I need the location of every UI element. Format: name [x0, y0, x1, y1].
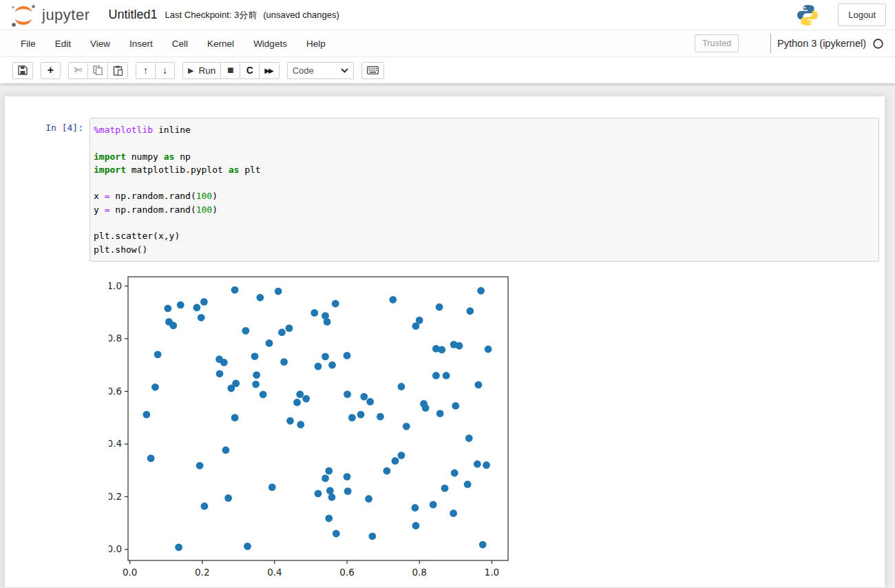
- svg-text:0.2: 0.2: [195, 567, 209, 578]
- svg-text:0.0: 0.0: [109, 543, 122, 554]
- svg-text:0.6: 0.6: [339, 567, 354, 578]
- jupyter-wordmark: jupyter: [42, 6, 90, 24]
- menu-view[interactable]: View: [81, 32, 120, 55]
- chevron-down-icon: [341, 68, 348, 73]
- header-bar: jupyter Untitled1 Last Checkpoint: 3分前 (…: [0, 0, 895, 30]
- run-button[interactable]: ▶ Run: [182, 62, 221, 79]
- menubar: FileEditViewInsertCellKernelWidgetsHelp …: [0, 30, 895, 57]
- copy-icon: [93, 65, 103, 75]
- kernel-name: Python 3 (ipykernel): [777, 38, 866, 49]
- cell-type-dropdown[interactable]: Code: [287, 62, 354, 79]
- unsaved-changes-status: (unsaved changes): [263, 10, 339, 20]
- code-line: plt.scatter(x,y): [94, 229, 875, 242]
- restart-icon: C: [246, 65, 253, 76]
- code-line: y = np.random.rand(100): [94, 203, 875, 216]
- menu-help[interactable]: Help: [297, 32, 335, 55]
- restart-kernel-button[interactable]: C: [240, 62, 260, 79]
- jupyter-logo[interactable]: jupyter: [8, 1, 90, 29]
- svg-text:0.8: 0.8: [412, 567, 426, 578]
- kernel-idle-icon: [872, 38, 884, 50]
- code-editor[interactable]: %matplotlib inline import numpy as npimp…: [94, 123, 875, 256]
- arrow-down-icon: ↓: [162, 65, 167, 76]
- move-cell-down-button[interactable]: ↓: [155, 62, 175, 79]
- svg-text:0.0: 0.0: [123, 567, 137, 578]
- code-line: [94, 176, 875, 189]
- scissors-icon: ✄: [74, 64, 83, 76]
- code-line: plt.show(): [94, 243, 875, 256]
- toolbar: + ✄ ↑ ↓: [0, 57, 895, 83]
- svg-text:1.0: 1.0: [485, 567, 499, 578]
- cut-cell-button[interactable]: ✄: [68, 62, 88, 79]
- copy-cell-button[interactable]: [87, 62, 108, 79]
- keyboard-icon: [367, 66, 379, 74]
- kernel-status: Python 3 (ipykernel): [770, 34, 884, 53]
- cell-output-area: 0.00.20.40.60.81.00.00.20.40.60.81.0: [5, 273, 879, 587]
- restart-run-all-button[interactable]: ▶▶: [259, 62, 279, 79]
- run-label: Run: [198, 65, 215, 76]
- play-icon: ▶: [188, 66, 193, 75]
- menu-cell[interactable]: Cell: [162, 32, 198, 55]
- code-input-area[interactable]: %matplotlib inline import numpy as npimp…: [90, 118, 879, 262]
- plus-icon: +: [48, 64, 54, 76]
- menu-edit[interactable]: Edit: [45, 32, 81, 55]
- menu-kernel[interactable]: Kernel: [198, 32, 244, 55]
- notebook-container: In [4]: %matplotlib inline import numpy …: [5, 96, 885, 587]
- svg-text:0.8: 0.8: [109, 333, 122, 344]
- logout-button[interactable]: Logout: [838, 3, 886, 26]
- jupyter-planet-icon: [8, 1, 39, 29]
- input-prompt: In [4]:: [5, 118, 90, 133]
- save-button[interactable]: [12, 62, 33, 79]
- command-palette-button[interactable]: [361, 62, 384, 79]
- menu-insert[interactable]: Insert: [120, 32, 162, 55]
- paste-cell-button[interactable]: [107, 62, 128, 79]
- menu-widgets[interactable]: Widgets: [244, 32, 297, 55]
- svg-text:1.0: 1.0: [109, 280, 122, 291]
- code-cell: In [4]: %matplotlib inline import numpy …: [5, 118, 879, 262]
- code-line: %matplotlib inline: [94, 123, 875, 136]
- fast-forward-icon: ▶▶: [264, 67, 273, 74]
- svg-text:0.4: 0.4: [109, 438, 122, 449]
- python-logo-icon: [796, 3, 819, 27]
- interrupt-kernel-button[interactable]: ■: [220, 62, 240, 79]
- arrow-up-icon: ↑: [143, 65, 148, 76]
- stop-icon: ■: [227, 65, 234, 76]
- move-cell-up-button[interactable]: ↑: [136, 62, 156, 79]
- svg-text:0.4: 0.4: [267, 567, 282, 578]
- scatter-plot: 0.00.20.40.60.81.00.00.20.40.60.81.0: [109, 273, 511, 585]
- code-line: import matplotlib.pyplot as plt: [94, 163, 875, 176]
- notebook-title[interactable]: Untitled1: [109, 8, 158, 22]
- trusted-button[interactable]: Trusted: [695, 34, 739, 52]
- paste-icon: [113, 65, 123, 76]
- svg-text:0.6: 0.6: [109, 386, 122, 397]
- code-line: [94, 216, 875, 229]
- menu-file[interactable]: File: [11, 32, 45, 55]
- menu-items: FileEditViewInsertCellKernelWidgetsHelp: [11, 32, 335, 55]
- top-chrome: jupyter Untitled1 Last Checkpoint: 3分前 (…: [0, 0, 895, 83]
- checkpoint-status: Last Checkpoint: 3分前: [165, 9, 257, 21]
- save-icon: [18, 65, 28, 75]
- svg-text:0.2: 0.2: [109, 491, 122, 502]
- cell-type-value: Code: [293, 65, 314, 76]
- add-cell-button[interactable]: +: [41, 62, 61, 79]
- code-line: x = np.random.rand(100): [94, 189, 875, 202]
- code-line: import numpy as np: [94, 150, 875, 163]
- code-line: [94, 136, 875, 149]
